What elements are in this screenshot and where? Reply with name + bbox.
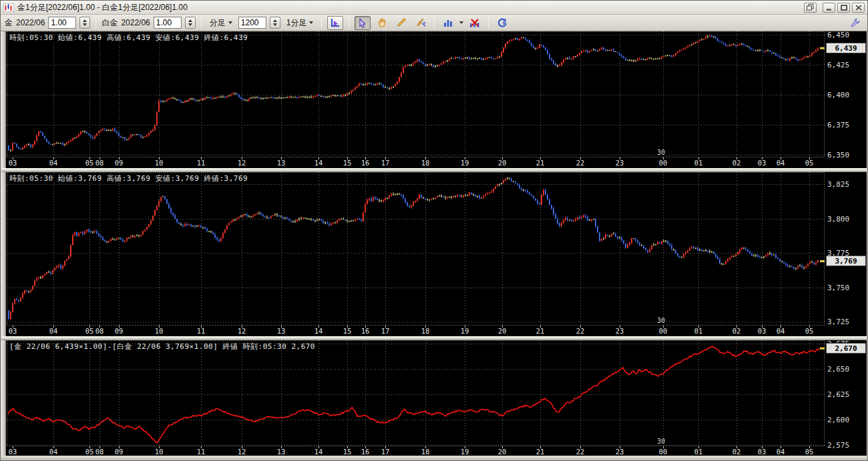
time-tick-label: 09 xyxy=(115,159,124,167)
chevron-down-icon xyxy=(459,21,463,24)
time-tick-label: 15 xyxy=(343,327,352,335)
time-tick-label: 03 xyxy=(758,448,767,456)
toolbar-separator xyxy=(201,17,202,29)
time-tick-label: 08 xyxy=(95,159,104,167)
platinum-price-axis: 3,8253,8003,7753,7503,7253,769 xyxy=(825,172,867,336)
time-tick-label: 04 xyxy=(49,448,58,456)
time-tick-label: 03 xyxy=(758,159,767,167)
price-tick-label: 2,575 xyxy=(827,441,849,450)
cascade-windows-button[interactable] xyxy=(804,3,817,13)
minimize-button[interactable] xyxy=(823,3,835,13)
platinum-chart-pane: 30 時刻:05:30 始値:3,769 高値:3,769 安値:3,769 終… xyxy=(1,172,867,336)
close-button[interactable] xyxy=(852,3,865,13)
time-tick-label: 19 xyxy=(461,448,469,456)
time-tick-label: 00 xyxy=(659,159,668,167)
platinum-ohlc-readout: 時刻:05:30 始値:3,769 高値:3,769 安値:3,769 終値:3… xyxy=(9,173,248,183)
price-tick-label: 6,400 xyxy=(827,91,849,99)
spread-plot-area[interactable]: 30 xyxy=(7,340,825,446)
platinum-symbol-label: 白金 xyxy=(101,17,118,29)
time-tick-label: 17 xyxy=(381,159,390,167)
toolbar-separator xyxy=(488,17,489,29)
remove-indicator-button[interactable] xyxy=(467,16,483,30)
platinum-1min-svg: 30 xyxy=(7,172,825,326)
time-tick-label: 04 xyxy=(777,327,785,335)
time-tick-label: 01 xyxy=(694,159,703,167)
gold-plot-area[interactable]: 30 xyxy=(7,31,825,157)
time-tick-label: 21 xyxy=(536,327,545,335)
bar-chart-icon xyxy=(443,18,453,27)
bar-type-dropdown[interactable]: 分足 xyxy=(207,17,235,29)
pane-handle[interactable] xyxy=(1,172,6,336)
svg-text:30: 30 xyxy=(657,149,665,156)
last-price-badge: 3,769 xyxy=(826,256,866,266)
price-tick-label: 6,350 xyxy=(827,151,849,159)
select-arrow-tool-button[interactable] xyxy=(355,16,371,30)
time-tick-label: 20 xyxy=(498,159,507,167)
app-candlestick-icon xyxy=(3,3,14,12)
time-tick-label: 21 xyxy=(536,159,545,167)
pen-tool-button[interactable] xyxy=(413,16,429,30)
time-tick-label: 05 xyxy=(85,448,94,456)
time-tick-label: 02 xyxy=(732,448,741,456)
price-tick-label: 6,375 xyxy=(827,121,849,129)
settings-wrench-button[interactable] xyxy=(847,16,863,30)
toolbar-separator xyxy=(434,17,435,29)
time-tick-label: 16 xyxy=(361,448,370,456)
maximize-button[interactable] xyxy=(837,3,850,13)
wrench-settings-icon xyxy=(850,17,861,28)
time-tick-label: 02 xyxy=(732,159,741,167)
time-tick-label: 03 xyxy=(9,327,17,335)
bar-count-input[interactable] xyxy=(238,17,266,29)
time-tick-label: 15 xyxy=(343,159,352,167)
pan-hand-tool-button[interactable] xyxy=(374,16,390,30)
time-tick-label: 21 xyxy=(536,448,545,456)
time-tick-label: 23 xyxy=(616,159,624,167)
time-tick-label: 10 xyxy=(155,448,164,456)
gold-price-axis: 6,4506,4256,4006,3756,3506,439 xyxy=(825,31,867,168)
gold-ratio-spinner[interactable] xyxy=(79,17,90,29)
bar-count-spinner[interactable] xyxy=(270,17,280,29)
time-tick-label: 05 xyxy=(805,327,814,335)
chevron-down-icon xyxy=(228,21,232,24)
indicator-dropdown[interactable] xyxy=(459,21,463,24)
time-tick-label: 11 xyxy=(197,448,206,456)
time-tick-label: 05 xyxy=(85,159,94,167)
time-tick-label: 22 xyxy=(576,159,585,167)
time-tick-label: 17 xyxy=(381,327,390,335)
platinum-ratio-spinner[interactable] xyxy=(185,17,196,29)
pen-tool-icon xyxy=(415,17,427,28)
time-tick-label: 08 xyxy=(95,448,104,456)
time-tick-label: 16 xyxy=(361,327,370,335)
indicator-chart-button[interactable] xyxy=(440,16,456,30)
price-tick-label: 2,600 xyxy=(827,416,849,424)
price-tick-label: 2,625 xyxy=(827,390,849,399)
gold-symbol-label: 金 xyxy=(5,17,13,29)
platinum-time-axis: 0304050809101112131415161718192021222300… xyxy=(7,326,825,336)
reload-chart-button[interactable]: R xyxy=(494,16,510,30)
chart-window: 金1分足[2022/06]1.00 - 白金1分足[2022/06]1.00 金… xyxy=(0,0,868,461)
time-tick-label: 12 xyxy=(238,159,246,167)
pane-handle[interactable] xyxy=(1,31,6,168)
time-tick-label: 18 xyxy=(421,448,430,456)
interval-dropdown[interactable]: 1分足 xyxy=(284,17,316,29)
time-tick-label: 19 xyxy=(461,327,469,335)
time-tick-label: 13 xyxy=(277,448,286,456)
time-tick-label: 10 xyxy=(155,159,164,167)
price-tick-label: 6,425 xyxy=(827,61,849,69)
pane-handle[interactable] xyxy=(1,340,6,457)
chart-cursor-tool-button[interactable] xyxy=(327,16,343,30)
gold-time-axis: 0304050809101112131415161718192021222300… xyxy=(7,157,825,168)
platinum-ratio-input[interactable] xyxy=(154,17,182,29)
time-tick-label: 15 xyxy=(343,448,352,456)
time-tick-label: 03 xyxy=(758,327,767,335)
gold-ratio-input[interactable] xyxy=(48,17,76,29)
toolbar-separator xyxy=(349,17,349,29)
pencil-draw-tool-button[interactable] xyxy=(393,16,409,30)
time-tick-label: 22 xyxy=(576,448,585,456)
platinum-plot-area[interactable]: 30 xyxy=(7,172,825,326)
reload-icon: R xyxy=(497,17,507,28)
hand-pan-icon xyxy=(377,17,387,28)
time-tick-label: 04 xyxy=(49,159,58,167)
time-tick-label: 14 xyxy=(314,159,323,167)
spread-formula-readout: [金 22/06 6,439×1.00]-[白金 22/06 3,769×1.0… xyxy=(9,342,315,352)
